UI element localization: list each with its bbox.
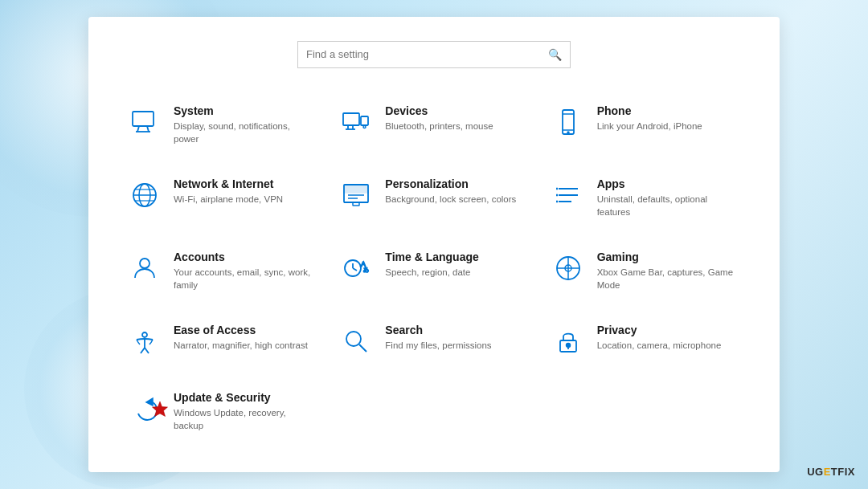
gaming-icon [551,251,586,286]
svg-rect-20 [344,185,368,193]
settings-item-search[interactable]: Search Find my files, permissions [332,316,535,367]
ease-desc: Narrator, magnifier, high contrast [174,339,317,352]
apps-desc: Uninstall, defaults, optional features [597,193,741,218]
devices-icon [338,104,374,140]
settings-item-gaming[interactable]: Gaming Xbox Game Bar, captures, Game Mod… [544,242,747,300]
time-title: Time & Language [385,251,529,263]
settings-item-accounts[interactable]: Accounts Your accounts, email, sync, wor… [121,242,324,300]
devices-text: Devices Bluetooth, printers, mouse [385,104,529,132]
search-desc: Find my files, permissions [385,339,529,352]
brand-watermark: UGETFIX [807,466,855,478]
devices-title: Devices [385,104,529,117]
gaming-title: Gaming [597,251,741,263]
svg-point-41 [142,332,147,337]
system-desc: Display, sound, notifications, power [174,120,317,145]
search-settings-icon [338,324,374,359]
personalization-icon [338,177,374,213]
settings-item-privacy[interactable]: Privacy Location, camera, microphone [544,316,747,367]
settings-item-network[interactable]: Network & Internet Wi-Fi, airplane mode,… [121,169,324,226]
update-text: Update & Security Windows Update, recove… [174,391,317,432]
svg-rect-4 [343,113,359,125]
privacy-title: Privacy [597,324,741,336]
phone-desc: Link your Android, iPhone [597,120,741,132]
search-bar[interactable]: 🔍 [297,41,571,68]
privacy-desc: Location, camera, microphone [597,339,741,352]
settings-item-time[interactable]: A あ Time & Language Speech, region, date [332,242,535,300]
svg-point-13 [567,132,569,133]
search-container: 🔍 [121,41,747,68]
system-title: System [174,104,317,117]
svg-text:あ: あ [363,267,369,273]
time-icon: A あ [338,251,374,286]
personalization-title: Personalization [385,177,529,190]
svg-rect-24 [353,202,359,206]
gaming-desc: Xbox Game Bar, captures, Game Mode [597,266,741,291]
settings-window: 🔍 System Display, sound, notifications, … [88,17,780,473]
apps-icon [551,177,586,213]
search-title: Search [385,324,529,336]
svg-line-1 [137,126,139,132]
svg-point-42 [346,332,361,346]
settings-item-system[interactable]: System Display, sound, notifications, po… [121,96,324,153]
ease-icon [127,324,162,359]
phone-icon [551,104,586,140]
privacy-text: Privacy Location, camera, microphone [597,324,741,352]
phone-text: Phone Link your Android, iPhone [597,104,741,132]
accounts-title: Accounts [174,251,317,263]
brand-highlight: E [824,466,831,478]
accounts-icon [127,251,162,286]
search-input[interactable] [306,48,548,60]
svg-line-34 [353,268,357,271]
personalization-desc: Background, lock screen, colors [385,193,529,206]
settings-item-update[interactable]: Update & Security Windows Update, recove… [121,383,324,440]
update-desc: Windows Update, recovery, backup [174,406,317,432]
svg-marker-48 [153,401,168,417]
svg-point-31 [140,259,149,268]
alert-star-badge [151,400,169,418]
search-text: Search Find my files, permissions [385,324,529,352]
ease-title: Ease of Access [174,324,317,336]
phone-title: Phone [597,104,741,117]
system-text: System Display, sound, notifications, po… [174,104,317,145]
privacy-icon [551,324,586,359]
ease-text: Ease of Access Narrator, magnifier, high… [174,324,317,352]
svg-point-9 [363,125,366,128]
time-text: Time & Language Speech, region, date [385,251,529,279]
search-icon: 🔍 [548,48,562,61]
apps-title: Apps [597,177,741,190]
time-desc: Speech, region, date [385,266,529,279]
settings-item-ease[interactable]: Ease of Access Narrator, magnifier, high… [121,316,324,367]
svg-line-2 [147,126,149,132]
settings-item-personalization[interactable]: Personalization Background, lock screen,… [332,169,535,226]
system-icon [127,104,162,140]
network-icon [127,177,162,213]
apps-text: Apps Uninstall, defaults, optional featu… [597,177,741,218]
accounts-desc: Your accounts, email, sync, work, family [174,266,317,291]
devices-desc: Bluetooth, printers, mouse [385,120,529,132]
settings-item-devices[interactable]: Devices Bluetooth, printers, mouse [332,96,535,153]
svg-rect-0 [133,112,154,126]
settings-item-phone[interactable]: Phone Link your Android, iPhone [544,96,747,153]
gaming-text: Gaming Xbox Game Bar, captures, Game Mod… [597,251,741,291]
svg-rect-5 [361,116,368,125]
network-desc: Wi-Fi, airplane mode, VPN [174,193,317,206]
svg-point-45 [566,344,570,348]
update-title: Update & Security [174,391,317,404]
accounts-text: Accounts Your accounts, email, sync, wor… [174,251,317,291]
settings-item-apps[interactable]: Apps Uninstall, defaults, optional featu… [544,169,747,226]
personalization-text: Personalization Background, lock screen,… [385,177,529,206]
settings-grid: System Display, sound, notifications, po… [121,96,747,441]
network-title: Network & Internet [174,177,317,190]
svg-line-43 [359,344,366,352]
network-text: Network & Internet Wi-Fi, airplane mode,… [174,177,317,206]
